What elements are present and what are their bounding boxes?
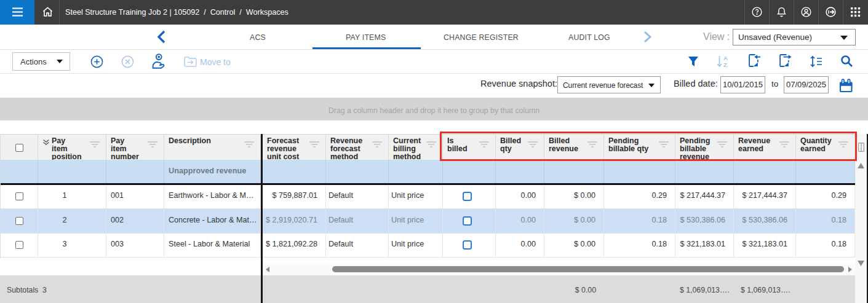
svg-text:A: A — [723, 55, 728, 61]
svg-text:Z: Z — [723, 61, 727, 68]
